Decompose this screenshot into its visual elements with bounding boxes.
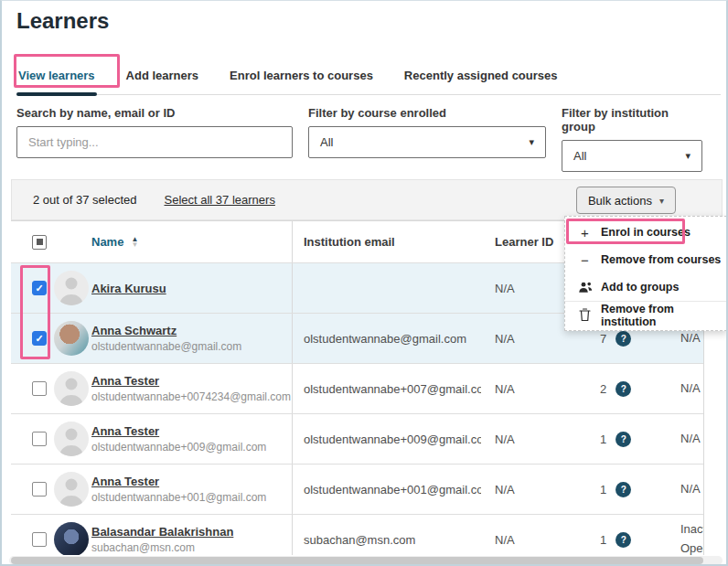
status-cell: N/A: [664, 430, 703, 449]
institution-email-cell: subachan@msn.com: [292, 515, 481, 555]
avatar: [54, 371, 89, 406]
row-checkbox[interactable]: ✓: [32, 281, 47, 295]
learner-login-email: olstudentwannabe+009@gmail.com: [91, 441, 292, 454]
avatar: [54, 522, 89, 555]
sort-toggle[interactable]: ▲ ▼: [131, 237, 138, 248]
horizontal-scrollbar-thumb[interactable]: [11, 557, 703, 564]
bulk-actions-menu: + Enrol in courses − Remove from courses…: [564, 216, 727, 331]
row-checkbox[interactable]: [32, 381, 47, 396]
institution-email-cell: olstudentwannabe@gmail.com: [292, 314, 481, 363]
avatar: [54, 422, 89, 456]
institution-email-cell: olstudentwannabe+007@gmail.com: [292, 364, 481, 413]
avatar: [54, 321, 89, 356]
table-row: Balasandar Balakrishnan subachan@msn.com…: [11, 515, 703, 555]
courses-cell: 1 ?: [582, 482, 664, 497]
table-row: Anna Tester olstudentwannabe+009@gmail.c…: [11, 414, 703, 465]
sort-down-icon: ▼: [131, 242, 138, 248]
column-header-institution-email: Institution email: [304, 235, 395, 249]
menu-item-remove-from-courses[interactable]: − Remove from courses: [565, 246, 726, 273]
row-checkbox[interactable]: [32, 482, 47, 497]
status-cell: N/A: [664, 329, 703, 348]
column-header-learner-id: Learner ID: [495, 235, 553, 249]
select-all-link[interactable]: Select all 37 learners: [164, 193, 274, 207]
selection-bar: 2 out of 37 selected Select all 37 learn…: [11, 179, 723, 220]
select-all-checkbox[interactable]: [32, 235, 47, 250]
help-icon[interactable]: ?: [616, 381, 631, 397]
learner-login-email: olstudentwannabe+001@gmail.com: [91, 491, 292, 504]
course-filter-select[interactable]: All ▾: [308, 126, 546, 158]
chevron-down-icon: ▾: [659, 196, 664, 206]
learner-login-email: subachan@msn.com: [91, 541, 292, 554]
group-filter-select[interactable]: All ▾: [562, 140, 702, 172]
learner-id-cell: N/A: [481, 382, 582, 396]
search-field-group: Search by name, email or ID: [16, 106, 293, 158]
table-row: Anna Tester olstudentwannabe+0074234@gma…: [11, 364, 703, 414]
row-checkbox[interactable]: ✓: [32, 331, 47, 346]
tabs: View learners Add learners Enrol learner…: [16, 63, 721, 95]
group-icon: [577, 282, 593, 294]
tab-add-learners[interactable]: Add learners: [124, 63, 200, 94]
menu-item-add-to-groups[interactable]: Add to groups: [565, 273, 726, 301]
avatar: [54, 271, 89, 305]
learner-name-link[interactable]: Anna Tester: [91, 424, 159, 438]
courses-cell: 7 ?: [582, 331, 664, 347]
learner-id-cell: N/A: [481, 533, 582, 547]
courses-cell: 1 ?: [582, 432, 664, 447]
institution-email-cell: olstudentwannabe+001@gmail.com: [292, 465, 481, 514]
selection-count-text: 2 out of 37 selected: [33, 193, 136, 207]
search-label: Search by name, email or ID: [16, 106, 293, 120]
help-icon[interactable]: ?: [616, 482, 631, 497]
learners-page: Learners View learners Add learners Enro…: [0, 0, 728, 566]
course-filter-value: All: [320, 135, 333, 149]
bulk-actions-label: Bulk actions: [588, 194, 652, 208]
learner-name-link[interactable]: Anna Schwartz: [91, 324, 177, 337]
chevron-down-icon: ▾: [529, 136, 534, 148]
group-filter-group: Filter by institution group All ▾: [562, 106, 702, 172]
learner-id-cell: N/A: [481, 483, 582, 497]
learner-name-link[interactable]: Anna Tester: [91, 374, 159, 388]
page-title: Learners: [16, 8, 109, 34]
chevron-down-icon: ▾: [685, 150, 691, 162]
column-header-name[interactable]: Name: [91, 235, 123, 249]
courses-cell: 1 ?: [582, 532, 664, 548]
learner-id-cell: N/A: [481, 332, 582, 346]
table-row: Anna Tester olstudentwannabe+001@gmail.c…: [11, 465, 703, 515]
horizontal-scrollbar: [9, 556, 723, 565]
minus-icon: −: [577, 252, 593, 268]
institution-email-cell: [292, 263, 481, 313]
help-icon[interactable]: ?: [616, 532, 631, 548]
help-icon[interactable]: ?: [616, 331, 631, 347]
menu-item-enrol-in-courses[interactable]: + Enrol in courses: [565, 219, 726, 246]
menu-item-remove-from-institution[interactable]: Remove from institution: [565, 301, 726, 328]
learner-login-email: olstudentwannabe@gmail.com: [91, 340, 292, 353]
learner-name-link[interactable]: Anna Tester: [91, 475, 159, 488]
header-checkbox-cell: [11, 235, 51, 250]
status-cell: Inactive Open: [664, 520, 703, 555]
bulk-actions-button[interactable]: Bulk actions ▾: [576, 187, 676, 214]
search-input[interactable]: [16, 126, 293, 158]
tab-recently-assigned-courses[interactable]: Recently assigned courses: [402, 63, 560, 94]
plus-icon: +: [577, 225, 593, 240]
tab-view-learners[interactable]: View learners: [16, 63, 97, 94]
institution-email-cell: olstudentwannabe+009@gmail.com: [292, 414, 481, 464]
course-filter-label: Filter by course enrolled: [308, 106, 546, 120]
status-cell: N/A: [664, 379, 703, 399]
help-icon[interactable]: ?: [616, 432, 631, 447]
tab-enrol-learners-to-courses[interactable]: Enrol learners to courses: [228, 63, 375, 94]
courses-cell: 2 ?: [582, 381, 664, 397]
learner-id-cell: N/A: [481, 433, 582, 446]
trash-icon: [577, 308, 593, 322]
course-filter-group: Filter by course enrolled All ▾: [308, 106, 546, 158]
avatar: [54, 472, 89, 507]
learner-name-link[interactable]: Balasandar Balakrishnan: [91, 525, 233, 539]
group-filter-value: All: [573, 149, 586, 163]
status-cell: N/A: [664, 480, 703, 499]
learner-login-email: olstudentwannabe+0074234@gmail.com: [91, 390, 292, 403]
row-checkbox[interactable]: [32, 432, 47, 446]
learner-name-link[interactable]: Akira Kurusu: [91, 282, 166, 295]
row-checkbox[interactable]: [32, 532, 47, 547]
group-filter-label: Filter by institution group: [562, 106, 702, 133]
